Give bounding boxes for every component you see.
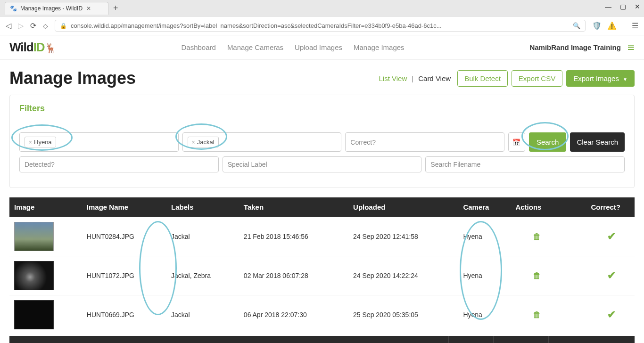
table-row: HUNT1072.JPG Jackal, Zebra 02 Mar 2018 0… (9, 256, 635, 295)
caret-down-icon: ▼ (623, 77, 627, 82)
label-filter-input[interactable]: × Jackal (182, 132, 342, 152)
pager-next[interactable]: Next> (548, 336, 590, 343)
remove-tag-icon[interactable]: × (192, 139, 195, 146)
cell-camera: Hyena (458, 295, 511, 335)
card-view-link[interactable]: Card View (418, 74, 451, 82)
title-row: Manage Images List View | Card View Bulk… (0, 60, 644, 95)
browser-chrome: — ▢ ✕ 🐾 Manage Images - WildID ✕ + (0, 0, 644, 16)
search-button[interactable]: Search (529, 132, 567, 152)
cell-taken: 21 Feb 2018 15:46:56 (239, 217, 348, 256)
filename-filter-input[interactable] (425, 156, 625, 172)
hamburger-icon[interactable]: ≡ (627, 40, 635, 55)
brave-shield-icon[interactable]: 🛡️ (592, 21, 602, 30)
logo[interactable]: WildID🦌 (9, 40, 56, 55)
thumbnail[interactable] (14, 261, 54, 290)
nav-manage-cameras[interactable]: Manage Cameras (227, 43, 283, 51)
remove-tag-icon[interactable]: × (29, 139, 32, 146)
maximize-icon[interactable]: ▢ (620, 3, 626, 10)
app-header: WildID🦌 Dashboard Manage Cameras Upload … (0, 35, 644, 60)
bulk-detect-button[interactable]: Bulk Detect (457, 70, 508, 87)
clear-search-button[interactable]: Clear Search (570, 132, 625, 152)
cell-taken: 02 Mar 2018 06:07:28 (239, 256, 348, 295)
cell-name: HUNT1072.JPG (82, 256, 166, 295)
col-name[interactable]: Image Name (82, 197, 166, 217)
cell-name: HUNT0669.JPG (82, 295, 166, 335)
minimize-icon[interactable]: — (605, 3, 611, 10)
pager-last[interactable]: Last>> (590, 336, 635, 343)
export-images-button[interactable]: Export Images ▼ (566, 70, 635, 87)
cell-camera: Hyena (458, 217, 511, 256)
url-text: console.wildid.app/management/images?sor… (71, 22, 569, 29)
search-in-page-icon[interactable]: 🔍 (573, 22, 580, 29)
col-correct[interactable]: Correct? (563, 197, 635, 217)
cell-labels: Jackal (166, 295, 239, 335)
logo-part2: ID (33, 40, 45, 54)
url-input[interactable]: 🔒 console.wildid.app/management/images?s… (55, 20, 586, 32)
cell-camera: Hyena (458, 256, 511, 295)
check-icon[interactable]: ✔ (607, 309, 616, 320)
calendar-icon: 📅 (512, 139, 520, 146)
tag-label: Hyena (34, 139, 52, 146)
pager-first[interactable]: <<First (448, 336, 494, 343)
logo-part1: Wild (9, 40, 33, 54)
cell-name: HUNT0284.JPG (82, 217, 166, 256)
back-icon[interactable]: ◁ (6, 21, 11, 30)
filter-tag-hyena[interactable]: × Hyena (25, 137, 56, 147)
col-image[interactable]: Image (9, 197, 82, 217)
new-tab-button[interactable]: + (108, 1, 123, 15)
cell-taken: 06 Apr 2018 22:07:30 (239, 295, 348, 335)
correct-filter-input[interactable] (345, 132, 504, 152)
table-row: HUNT0284.JPG Jackal 21 Feb 2018 15:46:56… (9, 217, 635, 256)
thumbnail[interactable] (14, 300, 54, 329)
account-name[interactable]: NamibRand Image Training (529, 43, 620, 51)
col-uploaded[interactable]: Uploaded (348, 197, 458, 217)
results-table: Image Image Name Labels Taken Uploaded C… (9, 197, 635, 334)
lock-icon: 🔒 (60, 23, 67, 29)
check-icon[interactable]: ✔ (607, 230, 616, 242)
col-taken[interactable]: Taken (239, 197, 348, 217)
pager-prev[interactable]: <Previous (493, 336, 548, 343)
window-controls: — ▢ ✕ (605, 3, 640, 10)
results-table-wrap: Image Image Name Labels Taken Uploaded C… (9, 197, 635, 334)
date-filter-button[interactable]: 📅 (508, 132, 525, 152)
col-actions[interactable]: Actions (511, 197, 563, 217)
trash-icon[interactable]: 🗑 (533, 271, 541, 280)
nav-manage-images[interactable]: Manage Images (354, 43, 405, 51)
close-window-icon[interactable]: ✕ (635, 3, 640, 10)
reload-icon[interactable]: ⟳ (30, 21, 36, 30)
main-nav: Dashboard Manage Cameras Upload Images M… (181, 43, 404, 51)
page-title: Manage Images (9, 68, 136, 88)
col-labels[interactable]: Labels (166, 197, 239, 217)
filter-tag-jackal[interactable]: × Jackal (188, 137, 219, 147)
nav-upload-images[interactable]: Upload Images (295, 43, 342, 51)
view-toggle: List View | Card View (379, 74, 451, 82)
trash-icon[interactable]: 🗑 (533, 310, 541, 319)
warning-icon[interactable]: ⚠️ (607, 21, 617, 30)
thumbnail[interactable] (14, 222, 54, 251)
list-view-link[interactable]: List View (379, 74, 407, 82)
col-camera[interactable]: Camera (458, 197, 511, 217)
forward-icon[interactable]: ▷ (18, 21, 24, 30)
bookmark-icon[interactable]: ◇ (43, 22, 48, 30)
close-tab-icon[interactable]: ✕ (86, 5, 91, 12)
tag-label: Jackal (197, 139, 215, 146)
pagination-bar: Showing results 13-15 of 15 <<First <Pre… (9, 336, 635, 343)
menu-icon[interactable]: ☰ (632, 21, 638, 30)
check-icon[interactable]: ✔ (607, 270, 616, 281)
pager-info: Showing results 13-15 of 15 (9, 336, 448, 343)
nav-dashboard[interactable]: Dashboard (181, 43, 215, 51)
detected-filter-input[interactable] (19, 156, 219, 172)
cell-labels: Jackal, Zebra (166, 256, 239, 295)
cell-uploaded: 24 Sep 2020 14:22:24 (348, 256, 458, 295)
trash-icon[interactable]: 🗑 (533, 232, 541, 241)
table-row: HUNT0669.JPG Jackal 06 Apr 2018 22:07:30… (9, 295, 635, 335)
camera-filter-input[interactable]: × Hyena (19, 132, 179, 152)
export-csv-button[interactable]: Export CSV (512, 70, 562, 87)
tab-title: Manage Images - WildID (20, 5, 83, 12)
special-label-filter-input[interactable] (223, 156, 422, 172)
logo-silhouette-icon: 🦌 (45, 43, 56, 53)
address-bar-row: ◁ ▷ ⟳ ◇ 🔒 console.wildid.app/management/… (0, 16, 644, 35)
filters-heading: Filters (19, 104, 625, 114)
browser-tab[interactable]: 🐾 Manage Images - WildID ✕ (5, 2, 108, 15)
view-toggle-separator: | (412, 74, 413, 82)
